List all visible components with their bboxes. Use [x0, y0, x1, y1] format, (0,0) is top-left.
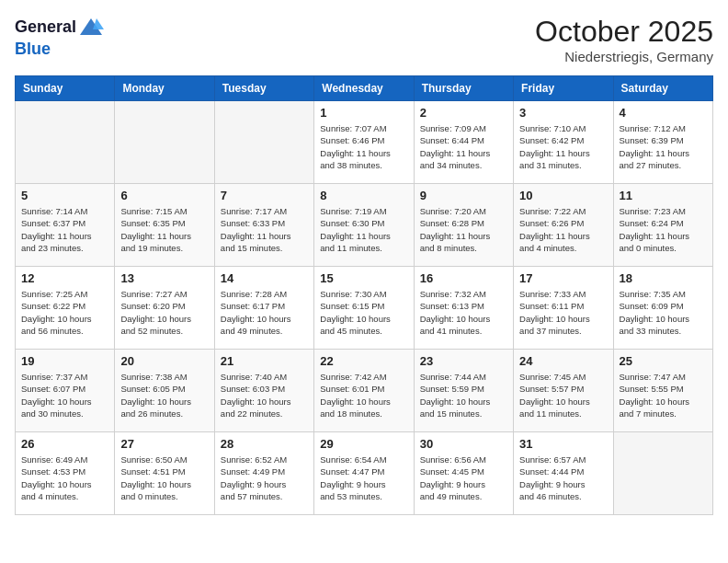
day-number: 15 — [320, 271, 407, 285]
calendar-day-11: 11Sunrise: 7:23 AMSunset: 6:24 PMDayligh… — [613, 184, 712, 267]
day-info: Sunrise: 7:38 AMSunset: 6:05 PMDaylight:… — [120, 371, 208, 419]
day-info: Sunrise: 6:54 AMSunset: 4:47 PMDaylight:… — [320, 454, 407, 502]
day-number: 3 — [519, 106, 607, 120]
day-info: Sunrise: 7:32 AMSunset: 6:13 PMDaylight:… — [420, 288, 507, 337]
day-info: Sunrise: 7:19 AMSunset: 6:30 PMDaylight:… — [320, 205, 407, 254]
day-number: 24 — [519, 354, 607, 368]
calendar-week-row: 1Sunrise: 7:07 AMSunset: 6:46 PMDaylight… — [16, 101, 713, 184]
day-number: 23 — [420, 354, 507, 368]
weekday-header-tuesday: Tuesday — [214, 76, 313, 101]
calendar-day-27: 27Sunrise: 6:50 AMSunset: 4:51 PMDayligh… — [115, 432, 214, 515]
calendar-day-12: 12Sunrise: 7:25 AMSunset: 6:22 PMDayligh… — [16, 267, 115, 350]
calendar-day-28: 28Sunrise: 6:52 AMSunset: 4:49 PMDayligh… — [214, 432, 313, 515]
calendar-day-30: 30Sunrise: 6:56 AMSunset: 4:45 PMDayligh… — [414, 432, 513, 515]
day-info: Sunrise: 7:14 AMSunset: 6:37 PMDaylight:… — [21, 205, 108, 254]
day-number: 27 — [120, 437, 208, 451]
day-info: Sunrise: 7:09 AMSunset: 6:44 PMDaylight:… — [420, 122, 507, 171]
day-info: Sunrise: 7:12 AMSunset: 6:39 PMDaylight:… — [620, 122, 707, 171]
day-number: 10 — [519, 189, 607, 202]
logo-text: General — [15, 18, 76, 37]
day-info: Sunrise: 7:45 AMSunset: 5:57 PMDaylight:… — [519, 371, 607, 419]
day-number: 14 — [221, 271, 308, 285]
day-number: 19 — [21, 354, 108, 368]
calendar-week-row: 12Sunrise: 7:25 AMSunset: 6:22 PMDayligh… — [16, 267, 713, 350]
day-info: Sunrise: 7:27 AMSunset: 6:20 PMDaylight:… — [120, 288, 208, 337]
day-number: 31 — [519, 437, 607, 451]
calendar-day-29: 29Sunrise: 6:54 AMSunset: 4:47 PMDayligh… — [314, 432, 414, 515]
weekday-header-sunday: Sunday — [16, 76, 115, 101]
calendar-day-19: 19Sunrise: 7:37 AMSunset: 6:07 PMDayligh… — [16, 350, 115, 432]
day-number: 29 — [320, 437, 407, 451]
calendar-day-10: 10Sunrise: 7:22 AMSunset: 6:26 PMDayligh… — [514, 184, 613, 267]
day-info: Sunrise: 7:25 AMSunset: 6:22 PMDaylight:… — [21, 288, 108, 337]
calendar-day-16: 16Sunrise: 7:32 AMSunset: 6:13 PMDayligh… — [414, 267, 513, 350]
day-info: Sunrise: 7:40 AMSunset: 6:03 PMDaylight:… — [221, 371, 308, 419]
day-info: Sunrise: 7:22 AMSunset: 6:26 PMDaylight:… — [519, 205, 607, 254]
day-number: 5 — [21, 189, 108, 202]
day-number: 8 — [320, 189, 407, 202]
title-block: October 2025 Niederstriegis, Germany — [535, 15, 713, 64]
day-info: Sunrise: 7:47 AMSunset: 5:55 PMDaylight:… — [620, 371, 707, 419]
day-info: Sunrise: 7:15 AMSunset: 6:35 PMDaylight:… — [120, 205, 208, 254]
day-number: 7 — [221, 189, 308, 202]
calendar-empty-cell — [214, 101, 313, 184]
calendar-day-22: 22Sunrise: 7:42 AMSunset: 6:01 PMDayligh… — [314, 350, 414, 432]
calendar-empty-cell — [115, 101, 214, 184]
day-number: 22 — [320, 354, 407, 368]
day-info: Sunrise: 6:50 AMSunset: 4:51 PMDaylight:… — [120, 454, 208, 502]
day-number: 20 — [120, 354, 208, 368]
day-number: 11 — [620, 189, 707, 202]
weekday-header-friday: Friday — [514, 76, 613, 101]
calendar-empty-cell — [613, 432, 712, 515]
logo: General Blue — [15, 15, 104, 59]
calendar-week-row: 19Sunrise: 7:37 AMSunset: 6:07 PMDayligh… — [16, 350, 713, 432]
day-number: 26 — [21, 437, 108, 451]
calendar-day-20: 20Sunrise: 7:38 AMSunset: 6:05 PMDayligh… — [115, 350, 214, 432]
calendar-day-6: 6Sunrise: 7:15 AMSunset: 6:35 PMDaylight… — [115, 184, 214, 267]
calendar-day-1: 1Sunrise: 7:07 AMSunset: 6:46 PMDaylight… — [314, 101, 414, 184]
day-number: 4 — [620, 106, 707, 120]
calendar-day-26: 26Sunrise: 6:49 AMSunset: 4:53 PMDayligh… — [16, 432, 115, 515]
day-number: 1 — [320, 106, 407, 120]
day-info: Sunrise: 7:28 AMSunset: 6:17 PMDaylight:… — [221, 288, 308, 337]
day-info: Sunrise: 7:37 AMSunset: 6:07 PMDaylight:… — [21, 371, 108, 419]
calendar-day-15: 15Sunrise: 7:30 AMSunset: 6:15 PMDayligh… — [314, 267, 414, 350]
weekday-header-saturday: Saturday — [613, 76, 712, 101]
day-info: Sunrise: 6:52 AMSunset: 4:49 PMDaylight:… — [221, 454, 308, 502]
day-info: Sunrise: 6:57 AMSunset: 4:44 PMDaylight:… — [519, 454, 607, 502]
day-number: 16 — [420, 271, 507, 285]
logo-blue-text: Blue — [15, 40, 51, 58]
calendar-week-row: 26Sunrise: 6:49 AMSunset: 4:53 PMDayligh… — [16, 432, 713, 515]
day-number: 25 — [620, 354, 707, 368]
calendar-empty-cell — [16, 101, 115, 184]
day-number: 18 — [620, 271, 707, 285]
day-number: 12 — [21, 271, 108, 285]
day-info: Sunrise: 7:42 AMSunset: 6:01 PMDaylight:… — [320, 371, 407, 419]
calendar-day-21: 21Sunrise: 7:40 AMSunset: 6:03 PMDayligh… — [214, 350, 313, 432]
calendar-day-17: 17Sunrise: 7:33 AMSunset: 6:11 PMDayligh… — [514, 267, 613, 350]
day-number: 2 — [420, 106, 507, 120]
weekday-header-row: SundayMondayTuesdayWednesdayThursdayFrid… — [16, 76, 713, 101]
day-info: Sunrise: 7:10 AMSunset: 6:42 PMDaylight:… — [519, 122, 607, 171]
weekday-header-monday: Monday — [115, 76, 214, 101]
calendar-day-23: 23Sunrise: 7:44 AMSunset: 5:59 PMDayligh… — [414, 350, 513, 432]
calendar-table: SundayMondayTuesdayWednesdayThursdayFrid… — [15, 75, 713, 515]
calendar-day-24: 24Sunrise: 7:45 AMSunset: 5:57 PMDayligh… — [514, 350, 613, 432]
calendar-day-4: 4Sunrise: 7:12 AMSunset: 6:39 PMDaylight… — [613, 101, 712, 184]
day-info: Sunrise: 7:23 AMSunset: 6:24 PMDaylight:… — [620, 205, 707, 254]
calendar-week-row: 5Sunrise: 7:14 AMSunset: 6:37 PMDaylight… — [16, 184, 713, 267]
weekday-header-wednesday: Wednesday — [314, 76, 414, 101]
location-title: Niederstriegis, Germany — [535, 49, 713, 64]
day-number: 9 — [420, 189, 507, 202]
calendar-day-3: 3Sunrise: 7:10 AMSunset: 6:42 PMDaylight… — [514, 101, 613, 184]
calendar-day-5: 5Sunrise: 7:14 AMSunset: 6:37 PMDaylight… — [16, 184, 115, 267]
weekday-header-thursday: Thursday — [414, 76, 513, 101]
logo-icon — [78, 15, 104, 40]
day-number: 30 — [420, 437, 507, 451]
day-number: 21 — [221, 354, 308, 368]
day-info: Sunrise: 7:20 AMSunset: 6:28 PMDaylight:… — [420, 205, 507, 254]
day-info: Sunrise: 7:44 AMSunset: 5:59 PMDaylight:… — [420, 371, 507, 419]
page-header: General Blue October 2025 Niederstriegis… — [15, 15, 713, 64]
calendar-day-18: 18Sunrise: 7:35 AMSunset: 6:09 PMDayligh… — [613, 267, 712, 350]
day-number: 13 — [120, 271, 208, 285]
